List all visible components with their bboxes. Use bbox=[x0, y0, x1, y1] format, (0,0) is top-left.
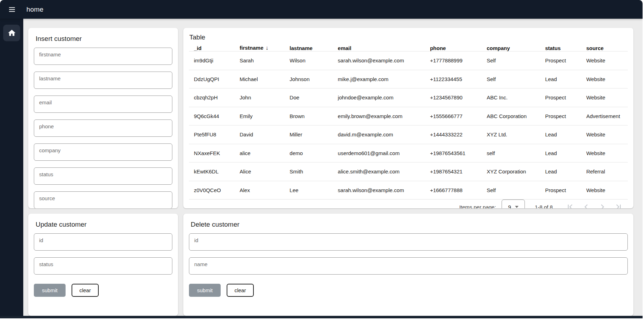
insert-customer-card: Insert customer bbox=[28, 28, 178, 208]
cell-status: Lead bbox=[545, 150, 586, 156]
cell-source: Referral bbox=[586, 168, 628, 174]
update-form bbox=[34, 233, 172, 275]
cell-company: XYZ Corporation bbox=[487, 168, 545, 174]
update-customer-field[interactable] bbox=[34, 257, 172, 275]
update-card-title: Update customer bbox=[36, 221, 172, 228]
app-screen: home Insert customer bbox=[0, 0, 644, 319]
cell-status: Prospect bbox=[545, 94, 586, 100]
cell-phone: +1444333222 bbox=[430, 131, 487, 137]
insert-customer-field[interactable] bbox=[34, 119, 172, 137]
cell-source: Website bbox=[586, 57, 628, 63]
cell-phone: +19876543561 bbox=[430, 150, 487, 156]
items-per-page-select[interactable]: 9 bbox=[502, 200, 525, 208]
previous-page-button[interactable] bbox=[580, 201, 592, 209]
cell-email: userdemo601@gmail.com bbox=[338, 150, 430, 156]
insert-customer-field[interactable] bbox=[34, 167, 172, 185]
insert-customer-field[interactable] bbox=[34, 143, 172, 161]
scrollbar[interactable] bbox=[643, 0, 644, 319]
cell-company: XYZ Ltd. bbox=[487, 131, 545, 137]
cell-phone: +1666777888 bbox=[430, 187, 487, 193]
cell-status: Prospect bbox=[545, 113, 586, 119]
cell-status: Prospect bbox=[545, 57, 586, 63]
column-header-phone[interactable]: phone bbox=[430, 45, 487, 51]
last-page-icon bbox=[614, 202, 623, 208]
delete-customer-field[interactable] bbox=[189, 257, 628, 275]
cell-email: mike.j@example.com bbox=[338, 76, 430, 82]
cell-firstname: alice bbox=[240, 150, 290, 156]
update-clear-button[interactable]: clear bbox=[72, 284, 99, 297]
next-page-button[interactable] bbox=[596, 201, 608, 209]
cell-company: Self bbox=[487, 57, 545, 63]
insert-customer-field[interactable] bbox=[34, 48, 172, 65]
last-page-button[interactable] bbox=[613, 201, 624, 209]
delete-submit-button[interactable]: submit bbox=[189, 284, 221, 297]
cell-id: im9dGtji bbox=[194, 57, 240, 63]
cell-firstname: David bbox=[240, 131, 290, 137]
cell-lastname: Lee bbox=[290, 187, 338, 193]
delete-card-title: Delete customer bbox=[191, 221, 628, 228]
table-row: NXaxeFEK alice demo userdemo601@gmail.co… bbox=[189, 144, 628, 163]
column-header-source[interactable]: source bbox=[586, 45, 628, 51]
delete-customer-field[interactable] bbox=[189, 233, 628, 251]
table-row: cbzqh2pH John Doe johndoe@example.com +1… bbox=[189, 88, 628, 107]
cell-phone: +1122334455 bbox=[430, 76, 487, 82]
column-header-lastname[interactable]: lastname bbox=[290, 45, 338, 51]
table-card-title: Table bbox=[189, 33, 628, 41]
hamburger-menu-icon[interactable] bbox=[6, 4, 18, 15]
cell-id: NXaxeFEK bbox=[194, 150, 240, 156]
first-page-button[interactable] bbox=[564, 201, 576, 209]
delete-customer-card: Delete customer submit clear bbox=[183, 214, 633, 316]
home-icon bbox=[7, 29, 16, 37]
table-row: kEwtK6DL Alice Smith alice.smith@example… bbox=[189, 162, 628, 181]
update-submit-button[interactable]: submit bbox=[34, 284, 66, 297]
column-header-firstname[interactable]: firstname↓ bbox=[240, 45, 290, 51]
cell-phone: +1987654321 bbox=[430, 168, 487, 174]
cell-company: self bbox=[487, 150, 545, 156]
insert-customer-field[interactable] bbox=[34, 191, 172, 208]
cell-company: Self bbox=[487, 76, 545, 82]
table-row: DdzUgQPI Michael Johnson mike.j@example.… bbox=[189, 70, 628, 89]
cell-firstname: Alex bbox=[240, 187, 290, 193]
chevron-down-icon bbox=[515, 206, 519, 208]
cell-lastname: Smith bbox=[290, 168, 338, 174]
cell-status: Lead bbox=[545, 131, 586, 137]
cell-source: Advertisement bbox=[586, 113, 628, 119]
cell-company: ABC Corporation bbox=[487, 113, 545, 119]
delete-clear-button[interactable]: clear bbox=[227, 284, 254, 297]
update-customer-field[interactable] bbox=[34, 233, 172, 251]
menu-icon bbox=[8, 6, 16, 13]
cell-lastname: demo bbox=[290, 150, 338, 156]
cell-id: cbzqh2pH bbox=[194, 94, 240, 100]
table-row: 9Q6cGk44 Emily Brown emily.brown@example… bbox=[189, 107, 628, 126]
cell-firstname: Alice bbox=[240, 168, 290, 174]
cell-status: Lead bbox=[545, 168, 586, 174]
cell-id: DdzUgQPI bbox=[194, 76, 240, 82]
insert-customer-field[interactable] bbox=[34, 72, 172, 89]
table-header-row: _id firstname↓ lastname email phone comp… bbox=[189, 45, 628, 51]
topbar: home bbox=[0, 0, 643, 19]
chevron-right-icon bbox=[598, 202, 607, 208]
cell-phone: +1777888999 bbox=[430, 57, 487, 63]
cell-lastname: Brown bbox=[290, 113, 338, 119]
insert-customer-field[interactable] bbox=[34, 96, 172, 113]
column-header-firstname-label: firstname bbox=[240, 45, 264, 51]
cell-firstname: Michael bbox=[240, 76, 290, 82]
paginator-range-label: 1-8 of 8 bbox=[535, 204, 553, 209]
sort-desc-icon[interactable]: ↓ bbox=[265, 45, 268, 51]
app-window: home Insert customer bbox=[0, 0, 643, 318]
right-column: Table _id firstname↓ lastname email phon… bbox=[183, 28, 633, 316]
cell-firstname: John bbox=[240, 94, 290, 100]
column-header-email[interactable]: email bbox=[338, 45, 430, 51]
column-header-company[interactable]: company bbox=[487, 45, 545, 51]
cell-id: Pte5fFU8 bbox=[194, 131, 240, 137]
cell-firstname: Sarah bbox=[240, 57, 290, 63]
cell-phone: +1555666777 bbox=[430, 113, 487, 119]
sidebar-item-home[interactable] bbox=[3, 25, 20, 41]
column-header-status[interactable]: status bbox=[545, 45, 586, 51]
chevron-left-icon bbox=[582, 202, 591, 208]
cell-status: Prospect bbox=[545, 187, 586, 193]
column-header-id[interactable]: _id bbox=[194, 45, 240, 51]
cell-email: sarah.wilson@example.com bbox=[338, 57, 430, 63]
insert-card-title: Insert customer bbox=[36, 35, 172, 43]
update-button-row: submit clear bbox=[34, 284, 172, 297]
